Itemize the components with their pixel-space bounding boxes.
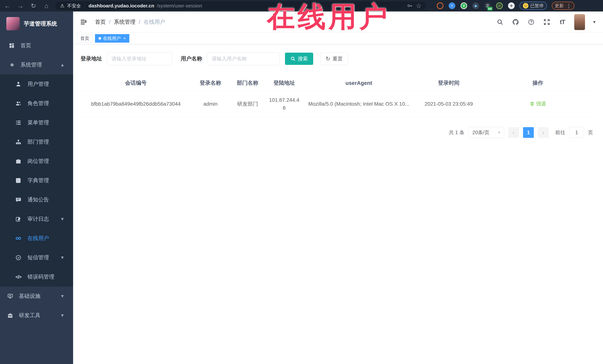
next-page-button[interactable]: › xyxy=(538,127,549,138)
page-size-select[interactable]: 20条/页 ▾ xyxy=(468,127,504,138)
sidebar-item-departments[interactable]: 部门管理 xyxy=(0,132,73,152)
user-menu-caret-icon[interactable]: ▾ xyxy=(593,19,596,25)
prev-page-button[interactable]: ‹ xyxy=(508,127,519,138)
monitor-icon xyxy=(7,293,14,300)
search-button[interactable]: 搜索 xyxy=(285,53,313,65)
sidebar-item-menus[interactable]: 菜单管理 xyxy=(0,113,73,132)
sidebar-item-error-codes[interactable]: </> 错误码管理 xyxy=(0,267,73,287)
current-page-button[interactable]: 1 xyxy=(523,127,534,138)
cell-session-id: bfbb1ab79ba849e49fb26ddb56a73044 xyxy=(81,91,191,118)
sidebar-item-label: 系统管理 xyxy=(20,61,42,69)
chevron-down-icon: ▼ xyxy=(60,294,65,299)
sidebar-item-infrastructure[interactable]: 基础设施 ▼ xyxy=(0,287,73,306)
sidebar-item-dev-tools[interactable]: 研发工具 ▼ xyxy=(0,306,73,325)
sidebar-item-label: 角色管理 xyxy=(27,100,49,107)
breadcrumb-system[interactable]: 系统管理 xyxy=(114,18,135,26)
sidebar: 芋道管理系统 首页 系统管理 ▲ 用户管理 角色管理 xyxy=(0,11,73,364)
extensions-puzzle-icon[interactable]: ❖ xyxy=(508,2,515,9)
sidebar-item-label: 审计日志 xyxy=(27,215,49,223)
sidebar-item-online-users[interactable]: 在线用户 xyxy=(0,229,73,248)
sidebar-item-dictionary[interactable]: 字典管理 xyxy=(0,171,73,190)
login-address-label: 登录地址 xyxy=(81,55,102,62)
home-icon[interactable]: ⌂ xyxy=(42,3,50,9)
sidebar-item-label: 研发工具 xyxy=(19,312,40,319)
app-title: 芋道管理系统 xyxy=(24,20,57,28)
chevron-down-icon: ▼ xyxy=(60,255,65,260)
col-session-id: 会话编号 xyxy=(81,76,191,91)
goto-label: 前往 xyxy=(555,129,565,136)
github-icon[interactable] xyxy=(512,18,519,26)
search-icon[interactable] xyxy=(496,18,504,26)
breadcrumb-home[interactable]: 首页 xyxy=(95,18,106,26)
col-actions: 操作 xyxy=(483,76,593,91)
username-input[interactable] xyxy=(207,52,279,65)
sidebar-item-label: 部门管理 xyxy=(27,138,49,146)
security-warning-icon[interactable]: ⚠ xyxy=(60,3,64,9)
extension-icon[interactable]: ◆ xyxy=(472,2,479,9)
extension-icon[interactable] xyxy=(437,2,443,9)
goto-page-input[interactable] xyxy=(569,127,584,138)
sidebar-item-home[interactable]: 首页 xyxy=(0,36,73,55)
cell-dept-name: 研发部门 xyxy=(230,91,266,118)
chevron-down-icon: ▼ xyxy=(60,217,65,222)
chrome-update-button[interactable]: 更新 ⋮ xyxy=(552,2,574,10)
sidebar-item-label: 错误码管理 xyxy=(27,273,54,281)
table-header-row: 会话编号 登录名称 部门名称 登陆地址 userAgent 登录时间 操作 xyxy=(81,76,593,91)
cell-login-name: admin xyxy=(191,91,230,118)
extension-icon[interactable]: ⚡ xyxy=(449,2,455,9)
extension-icon[interactable]: V xyxy=(461,2,467,9)
user-icon xyxy=(15,81,22,88)
font-size-icon[interactable]: tT xyxy=(559,18,566,26)
extension-icon[interactable]: ☰en xyxy=(484,2,491,9)
col-user-agent: userAgent xyxy=(303,76,415,91)
search-icon xyxy=(290,56,296,61)
tag-label: 首页 xyxy=(80,35,89,41)
reload-icon[interactable]: ↻ xyxy=(29,3,37,9)
sidebar-item-users[interactable]: 用户管理 xyxy=(0,75,73,94)
sidebar-item-roles[interactable]: 角色管理 xyxy=(0,94,73,113)
sidebar-item-system[interactable]: 系统管理 ▲ xyxy=(0,55,73,75)
sidebar-item-sms[interactable]: 短信管理 ▼ xyxy=(0,248,73,267)
dashboard-icon xyxy=(8,42,15,49)
profile-paused-badge[interactable]: ☺ 已暂停 xyxy=(520,2,547,10)
password-key-icon[interactable] xyxy=(406,2,413,10)
sidebar-item-posts[interactable]: 岗位管理 xyxy=(0,152,73,171)
org-tree-icon xyxy=(15,138,22,145)
tags-view-bar: 首页 在线用户 × xyxy=(73,33,603,44)
tag-home[interactable]: 首页 xyxy=(77,34,93,43)
back-icon[interactable]: ← xyxy=(3,3,12,9)
edit-log-icon xyxy=(15,216,22,223)
tag-label: 在线用户 xyxy=(103,35,121,41)
code-icon: </> xyxy=(15,273,22,280)
breadcrumb-current: 在线用户 xyxy=(144,18,165,26)
force-logout-button[interactable]: 强退 xyxy=(530,100,546,107)
sidebar-item-audit-logs[interactable]: 审计日志 ▼ xyxy=(0,210,73,229)
close-icon[interactable]: × xyxy=(123,36,126,41)
extension-icon[interactable]: ✓ xyxy=(496,2,503,9)
sidebar-menu: 首页 系统管理 ▲ 用户管理 角色管理 菜单管理 xyxy=(0,36,73,325)
sidebar-item-label: 通知公告 xyxy=(27,196,49,203)
bookmark-star-icon[interactable]: ☆ xyxy=(416,3,422,9)
security-label[interactable]: 不安全 xyxy=(67,3,81,9)
help-icon[interactable] xyxy=(527,18,535,26)
col-dept-name: 部门名称 xyxy=(230,76,266,91)
breadcrumb: 首页 / 系统管理 / 在线用户 xyxy=(95,18,165,26)
filter-form: 登录地址 用户名称 搜索 ↻ 重置 xyxy=(81,52,593,65)
address-bar[interactable]: ⚠ 不安全 dashboard.yudao.iocoder.cn/system/… xyxy=(55,1,426,10)
avatar[interactable] xyxy=(574,14,585,30)
login-address-input[interactable] xyxy=(107,52,172,65)
sidebar-toggle-icon[interactable] xyxy=(80,18,88,26)
gear-icon xyxy=(8,61,15,68)
update-label: 更新 xyxy=(555,3,564,9)
main-content: 登录地址 用户名称 搜索 ↻ 重置 会话编号 登录名称 部门名称 登陆地址 us… xyxy=(73,44,603,364)
app-logo-row[interactable]: 芋道管理系统 xyxy=(0,11,73,36)
header-actions: tT ▾ xyxy=(496,14,603,30)
extensions-row: ⚡ V ◆ ☰en ✓ ❖ xyxy=(437,2,515,9)
sidebar-item-announcements[interactable]: 通知公告 xyxy=(0,190,73,210)
fullscreen-icon[interactable] xyxy=(543,18,550,26)
breadcrumb-separator: / xyxy=(109,19,111,25)
reset-button[interactable]: ↻ 重置 xyxy=(320,53,348,65)
browser-menu-icon[interactable]: ⋮ xyxy=(566,3,571,9)
tag-online-users[interactable]: 在线用户 × xyxy=(95,34,129,43)
forward-icon[interactable]: → xyxy=(16,3,24,9)
